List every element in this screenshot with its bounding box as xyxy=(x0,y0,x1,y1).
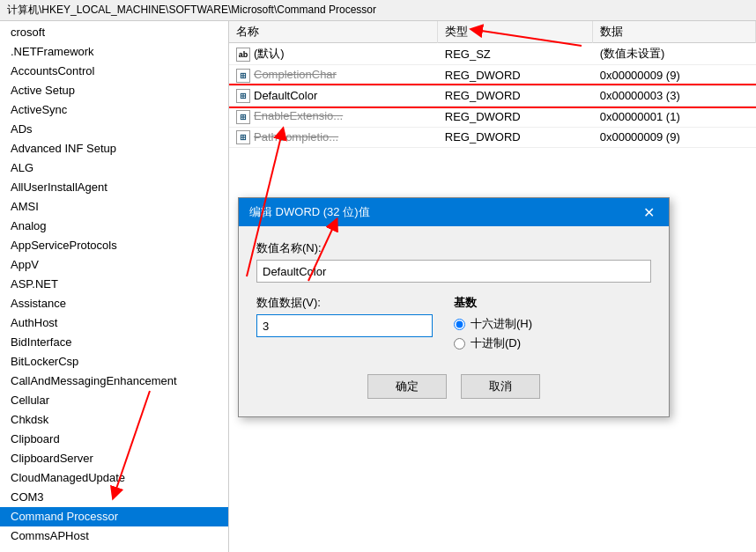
name-text: CompletionChar xyxy=(254,68,337,81)
value-box: 数值数据(V): xyxy=(256,295,433,337)
sidebar-item[interactable]: ASP.NET xyxy=(0,275,228,294)
col-name[interactable]: 名称 xyxy=(229,21,438,43)
sidebar-item[interactable]: Active Setup xyxy=(0,81,228,100)
hex-radio-label[interactable]: 十六进制(H) xyxy=(454,316,651,332)
sidebar-item[interactable]: AuthHost xyxy=(0,313,228,333)
dialog-value-row: 数值数据(V): 基数 十六进制(H) 十进制(D) xyxy=(256,295,651,355)
cell-data: 0x00000009 (9) xyxy=(593,65,756,86)
sidebar-item[interactable]: AMSI xyxy=(0,197,228,217)
name-input[interactable] xyxy=(256,260,651,283)
cell-name: ⊞PathCompletio... xyxy=(229,127,438,148)
ab-icon: ab xyxy=(236,48,250,62)
sidebar-item[interactable]: ActiveSync xyxy=(0,100,228,120)
dec-radio-label[interactable]: 十进制(D) xyxy=(454,335,651,351)
cell-type: REG_DWORD xyxy=(438,107,593,128)
sidebar-item[interactable]: Chkdsk xyxy=(0,410,228,430)
radix-box: 基数 十六进制(H) 十进制(D) xyxy=(454,295,651,355)
sidebar-item[interactable]: BidInterface xyxy=(0,333,228,352)
dword-icon: ⊞ xyxy=(236,89,250,103)
title-path: 计算机\HKEY_LOCAL_MACHINE\SOFTWARE\Microsof… xyxy=(7,3,376,18)
cancel-button[interactable]: 取消 xyxy=(461,374,540,399)
table-row[interactable]: ⊞DefaultColorREG_DWORD0x00000003 (3) xyxy=(229,85,756,107)
sidebar-item[interactable]: .NETFramework xyxy=(0,42,228,62)
sidebar-item[interactable]: crosoft xyxy=(0,23,228,42)
dialog-title: 编辑 DWORD (32 位)值 xyxy=(249,204,370,220)
registry-table: 名称 类型 数据 ab(默认)REG_SZ(数值未设置)⊞CompletionC… xyxy=(229,21,756,148)
sidebar-item[interactable]: AppServiceProtocols xyxy=(0,236,228,255)
value-label: 数值数据(V): xyxy=(256,295,433,311)
sidebar-item[interactable]: Assistance xyxy=(0,294,228,313)
sidebar-item[interactable]: ClipboardServer xyxy=(0,449,228,468)
cell-data: 0x00000009 (9) xyxy=(593,127,756,148)
hex-radio-text: 十六进制(H) xyxy=(471,316,532,332)
name-text: DefaultColor xyxy=(254,89,317,102)
sidebar-item[interactable]: Advanced INF Setup xyxy=(0,139,228,158)
cell-data: 0x00000001 (1) xyxy=(593,107,756,128)
radix-label: 基数 xyxy=(454,295,651,311)
name-text: EnableExtensio... xyxy=(254,109,343,122)
name-text: (默认) xyxy=(254,47,285,60)
edit-dword-dialog: 编辑 DWORD (32 位)值 ✕ 数值名称(N): 数值数据(V): 基数 … xyxy=(238,197,670,417)
sidebar-item[interactable]: CloudManagedUpdate xyxy=(0,468,228,488)
hex-radio[interactable] xyxy=(454,319,465,330)
sidebar-item[interactable]: CallAndMessagingEnhancement xyxy=(0,372,228,391)
name-text: PathCompletio... xyxy=(254,130,338,144)
cell-type: REG_DWORD xyxy=(438,65,593,86)
dec-radio-text: 十进制(D) xyxy=(471,335,521,351)
sidebar-item[interactable]: Analog xyxy=(0,217,228,236)
cell-name: ab(默认) xyxy=(229,43,438,65)
cell-type: REG_DWORD xyxy=(438,127,593,148)
sidebar-item[interactable]: ADs xyxy=(0,120,228,139)
sidebar-item[interactable]: Cellular xyxy=(0,391,228,410)
dword-icon: ⊞ xyxy=(236,69,250,83)
sidebar-item[interactable]: Clipboard xyxy=(0,430,228,449)
table-row[interactable]: ⊞PathCompletio...REG_DWORD0x00000009 (9) xyxy=(229,127,756,148)
sidebar[interactable]: crosoft.NETFrameworkAccountsControlActiv… xyxy=(0,21,229,552)
ok-button[interactable]: 确定 xyxy=(367,374,447,399)
cell-data: (数值未设置) xyxy=(593,43,756,65)
cell-type: REG_SZ xyxy=(438,43,593,65)
sidebar-item[interactable]: BitLockerCsp xyxy=(0,352,228,372)
sidebar-item[interactable]: ALG xyxy=(0,158,228,178)
sidebar-item[interactable]: AccountsControl xyxy=(0,62,228,81)
table-row[interactable]: ab(默认)REG_SZ(数值未设置) xyxy=(229,43,756,65)
cell-name: ⊞EnableExtensio... xyxy=(229,107,438,128)
sidebar-item[interactable]: CommsAPHost xyxy=(0,526,228,546)
col-data[interactable]: 数据 xyxy=(593,21,756,43)
dword-icon: ⊞ xyxy=(236,110,250,124)
table-header-row: 名称 类型 数据 xyxy=(229,21,756,43)
sidebar-item[interactable]: COM3 xyxy=(0,488,228,507)
table-row[interactable]: ⊞EnableExtensio...REG_DWORD0x00000001 (1… xyxy=(229,107,756,128)
dialog-body: 数值名称(N): 数值数据(V): 基数 十六进制(H) 十进制(D) xyxy=(239,226,669,416)
dec-radio[interactable] xyxy=(454,338,465,350)
sidebar-item[interactable]: AppV xyxy=(0,255,228,275)
cell-data: 0x00000003 (3) xyxy=(593,85,756,107)
sidebar-item[interactable]: AllUserInstallAgent xyxy=(0,178,228,197)
dialog-titlebar: 编辑 DWORD (32 位)值 ✕ xyxy=(239,198,669,226)
main-container: crosoft.NETFrameworkAccountsControlActiv… xyxy=(0,21,756,552)
cell-type: REG_DWORD xyxy=(438,85,593,107)
dialog-close-button[interactable]: ✕ xyxy=(640,204,658,221)
name-label: 数值名称(N): xyxy=(256,240,651,256)
cell-name: ⊞CompletionChar xyxy=(229,65,438,86)
title-bar: 计算机\HKEY_LOCAL_MACHINE\SOFTWARE\Microsof… xyxy=(0,0,756,21)
col-type[interactable]: 类型 xyxy=(438,21,593,43)
dialog-buttons: 确定 取消 xyxy=(256,367,651,406)
sidebar-item[interactable]: Command Processor xyxy=(0,507,228,526)
table-row[interactable]: ⊞CompletionCharREG_DWORD0x00000009 (9) xyxy=(229,65,756,86)
dword-icon: ⊞ xyxy=(236,130,250,144)
value-input[interactable] xyxy=(256,314,433,337)
cell-name: ⊞DefaultColor xyxy=(229,85,438,107)
